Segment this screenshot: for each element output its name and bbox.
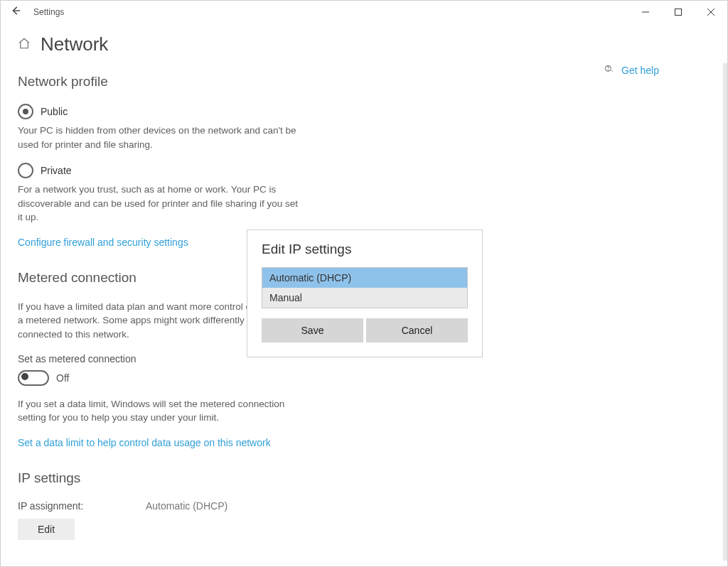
public-description: Your PC is hidden from other devices on …	[18, 124, 302, 151]
ip-assignment-label: IP assignment:	[18, 500, 146, 512]
radio-label: Private	[41, 165, 72, 176]
section-heading: Network profile	[18, 74, 444, 90]
ip-assignment-value: Automatic (DHCP)	[146, 500, 228, 512]
ip-edit-button[interactable]: Edit	[18, 519, 75, 540]
cancel-button[interactable]: Cancel	[366, 318, 468, 342]
metered-toggle[interactable]	[18, 370, 49, 386]
radio-icon	[18, 163, 33, 178]
edit-ip-settings-dialog: Edit IP settings Automatic (DHCP) Manual…	[247, 230, 483, 357]
data-limit-link[interactable]: Set a data limit to help control data us…	[18, 437, 271, 448]
get-help-link[interactable]: Get help	[621, 65, 659, 76]
page-header: Network	[18, 33, 710, 55]
close-button[interactable]	[695, 1, 727, 23]
metered-toggle-row: Off	[18, 370, 444, 386]
toggle-state: Off	[56, 372, 69, 384]
home-icon[interactable]	[18, 37, 31, 53]
radio-icon	[18, 104, 33, 119]
network-profile-section: Network profile Public Your PC is hidden…	[18, 74, 444, 249]
help-icon	[603, 63, 614, 77]
section-heading: IP settings	[18, 470, 444, 486]
scrollbar[interactable]	[723, 63, 727, 561]
window-controls	[629, 1, 727, 23]
private-radio-row[interactable]: Private	[18, 163, 444, 178]
ip-mode-dropdown[interactable]: Automatic (DHCP) Manual	[262, 267, 468, 308]
ip-settings-section: IP settings IP assignment: Automatic (DH…	[18, 470, 444, 540]
dialog-buttons: Save Cancel	[262, 318, 468, 342]
window-title: Settings	[33, 7, 64, 17]
radio-label: Public	[41, 106, 68, 117]
ip-assignment-row: IP assignment: Automatic (DHCP)	[18, 500, 444, 512]
page-title: Network	[41, 33, 108, 55]
back-icon[interactable]	[11, 6, 21, 18]
dialog-title: Edit IP settings	[262, 242, 468, 257]
minimize-button[interactable]	[629, 1, 662, 23]
settings-window: Settings Network Network prof	[0, 0, 728, 567]
dropdown-option-manual[interactable]: Manual	[262, 288, 467, 308]
help-sidebar: Get help	[603, 63, 659, 77]
maximize-button[interactable]	[662, 1, 695, 23]
limit-description: If you set a data limit, Windows will se…	[18, 397, 302, 425]
public-radio-row[interactable]: Public	[18, 104, 444, 119]
dropdown-option-auto[interactable]: Automatic (DHCP)	[262, 268, 467, 288]
titlebar-left: Settings	[1, 6, 64, 18]
svg-rect-0	[675, 9, 682, 16]
firewall-link[interactable]: Configure firewall and security settings	[18, 237, 188, 248]
private-description: For a network you trust, such as at home…	[18, 183, 302, 225]
save-button[interactable]: Save	[262, 318, 363, 342]
titlebar: Settings	[1, 1, 727, 23]
svg-point-2	[608, 70, 609, 71]
